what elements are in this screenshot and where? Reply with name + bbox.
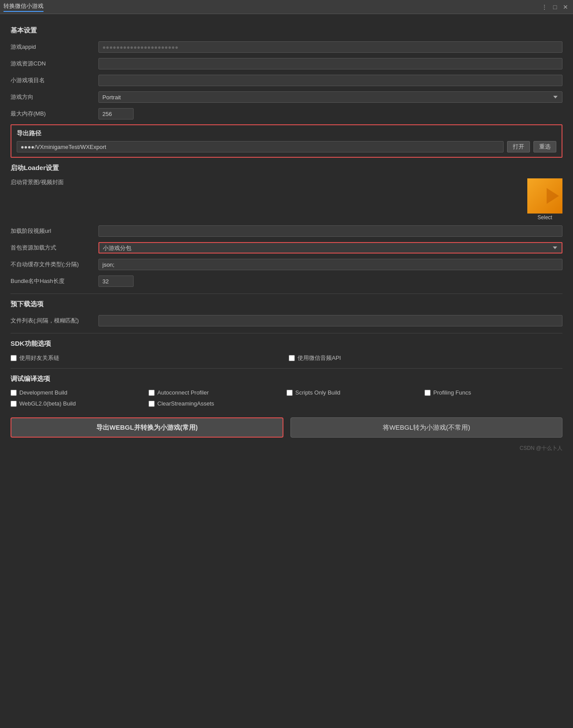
image-thumbnail-container: Select — [527, 178, 562, 221]
label-profiling-funcs: Profiling Funcs — [433, 389, 471, 396]
export-webgl-button[interactable]: 导出WEBGL并转换为小游戏(常用) — [11, 417, 283, 438]
bundle-hash-label: Bundle名中Hash长度 — [11, 277, 98, 285]
checkbox-scripts-only-build[interactable] — [286, 390, 293, 396]
file-list-label: 文件列表(;间隔，模糊匹配) — [11, 317, 98, 325]
menu-button[interactable]: ⋮ — [540, 3, 548, 11]
convert-webgl-button[interactable]: 将WEBGL转为小游戏(不常用) — [290, 417, 562, 438]
file-list-input[interactable] — [98, 315, 562, 326]
label-webgl2-build: WebGL2.0(beta) Build — [19, 400, 76, 407]
video-url-row: 加载阶段视频url — [11, 225, 562, 237]
checkbox-clear-streaming[interactable] — [149, 401, 155, 407]
max-memory-label: 最大内存(MB) — [11, 110, 98, 118]
cdn-input[interactable] — [98, 58, 562, 69]
video-url-label: 加载阶段视频url — [11, 227, 98, 235]
first-package-row: 首包资源加载方式 小游戏分包 本地包 CDN — [11, 242, 562, 254]
divider-3 — [11, 368, 562, 369]
cdn-row: 游戏资源CDN — [11, 58, 562, 70]
video-url-input[interactable] — [98, 225, 562, 237]
label-clear-streaming: ClearStreamingAssets — [157, 400, 214, 407]
max-memory-input[interactable]: 256 — [98, 108, 134, 120]
debug-opt-5: ClearStreamingAssets — [149, 400, 286, 407]
no-cache-row: 不自动缓存文件类型(;分隔) json; — [11, 258, 562, 271]
title-bar: 转换微信小游戏 ⋮ □ ✕ — [0, 0, 573, 14]
bottom-buttons: 导出WEBGL并转换为小游戏(常用) 将WEBGL转为小游戏(不常用) — [11, 417, 562, 438]
sdk-options-title: SDK功能选项 — [11, 340, 562, 348]
project-name-input[interactable] — [98, 75, 562, 86]
appid-label: 游戏appid — [11, 43, 98, 51]
no-cache-input[interactable]: json; — [98, 259, 562, 270]
label-development-build: Development Build — [19, 389, 67, 396]
divider-2 — [11, 333, 562, 333]
title-bar-controls: ⋮ □ ✕ — [540, 3, 569, 11]
friend-chain-item: 使用好友关系链 — [11, 354, 284, 362]
sdk-options-row: 使用好友关系链 使用微信音频API — [11, 354, 562, 362]
appid-input[interactable] — [98, 41, 562, 53]
no-cache-label: 不自动缓存文件类型(;分隔) — [11, 261, 98, 268]
max-memory-row: 最大内存(MB) 256 — [11, 108, 562, 120]
file-list-row: 文件列表(;间隔，模糊匹配) — [11, 315, 562, 327]
label-scripts-only-build: Scripts Only Build — [295, 389, 341, 396]
project-name-label: 小游戏项目名 — [11, 76, 98, 84]
project-name-row: 小游戏项目名 — [11, 74, 562, 87]
cdn-label: 游戏资源CDN — [11, 60, 98, 68]
wechat-audio-item: 使用微信音频API — [289, 354, 562, 362]
divider-1 — [11, 293, 562, 294]
debug-opt-1: Autoconnect Profiler — [149, 389, 286, 396]
friend-chain-label: 使用好友关系链 — [19, 354, 59, 362]
first-package-label: 首包资源加载方式 — [11, 244, 98, 252]
checkbox-autoconnect-profiler[interactable] — [149, 390, 155, 396]
orientation-row: 游戏方向 Portrait Landscape Auto — [11, 91, 562, 103]
reselect-button[interactable]: 重选 — [533, 141, 556, 152]
label-autoconnect-profiler: Autoconnect Profiler — [157, 389, 209, 396]
maximize-button[interactable]: □ — [551, 3, 559, 11]
appid-row: 游戏appid — [11, 41, 562, 53]
loader-settings-title: 启动Loader设置 — [11, 164, 562, 172]
title-bar-left: 转换微信小游戏 — [4, 2, 44, 12]
select-label: Select — [527, 214, 562, 221]
debug-opt-0: Development Build — [11, 389, 149, 396]
orientation-select[interactable]: Portrait Landscape Auto — [98, 91, 562, 103]
orientation-label: 游戏方向 — [11, 93, 98, 101]
export-path-input[interactable] — [17, 141, 504, 152]
checkbox-profiling-funcs[interactable] — [424, 390, 431, 396]
window-title: 转换微信小游戏 — [4, 2, 44, 12]
friend-chain-checkbox[interactable] — [11, 355, 17, 361]
orange-thumbnail[interactable] — [527, 178, 562, 214]
bg-image-label: 启动背景图/视频封面 — [11, 178, 98, 186]
main-content: 基本设置 游戏appid 游戏资源CDN 小游戏项目名 游戏方向 Portrai… — [0, 14, 573, 460]
bg-image-row: 启动背景图/视频封面 Select — [11, 178, 562, 221]
open-button[interactable]: 打开 — [507, 141, 530, 152]
bundle-hash-row: Bundle名中Hash长度 32 — [11, 275, 562, 287]
predownload-title: 预下载选项 — [11, 300, 562, 308]
wechat-audio-label: 使用微信音频API — [297, 354, 341, 362]
first-package-select[interactable]: 小游戏分包 本地包 CDN — [98, 242, 562, 254]
basic-settings-title: 基本设置 — [11, 26, 562, 35]
debug-opt-4: WebGL2.0(beta) Build — [11, 400, 149, 407]
debug-options-title: 调试编译选项 — [11, 375, 562, 383]
debug-options-grid: Development Build Autoconnect Profiler S… — [11, 389, 562, 407]
checkbox-webgl2-build[interactable] — [11, 401, 17, 407]
export-path-row: 打开 重选 — [17, 141, 556, 152]
debug-opt-3: Profiling Funcs — [424, 389, 562, 396]
checkbox-development-build[interactable] — [11, 390, 17, 396]
wechat-audio-checkbox[interactable] — [289, 355, 295, 361]
close-button[interactable]: ✕ — [562, 3, 569, 11]
bundle-hash-input[interactable]: 32 — [98, 275, 134, 287]
debug-opt-2: Scripts Only Build — [286, 389, 424, 396]
image-select-container: Select — [98, 178, 562, 221]
watermark: CSDN @十么卜人 — [11, 445, 562, 452]
export-path-section: 导出路径 打开 重选 — [11, 124, 562, 158]
export-path-title: 导出路径 — [17, 130, 556, 138]
